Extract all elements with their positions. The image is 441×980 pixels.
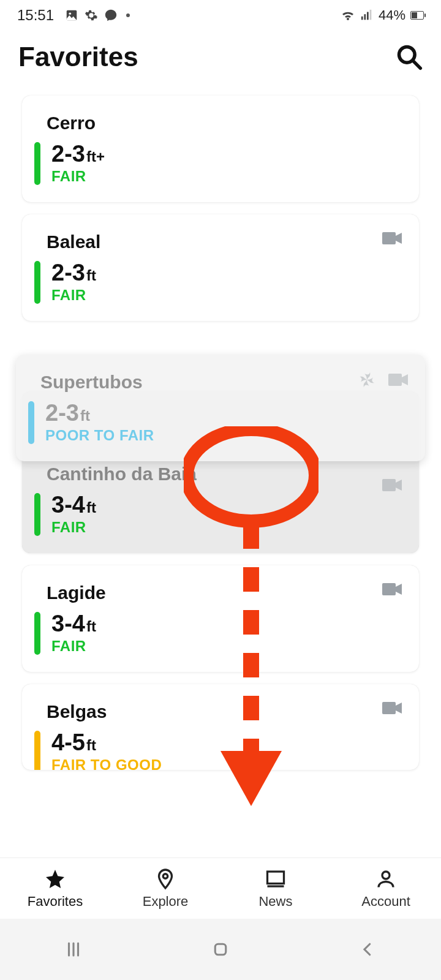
svg-rect-12 bbox=[382, 479, 396, 491]
svg-rect-28 bbox=[215, 944, 226, 955]
spot-card[interactable]: Cerro 2-3ft+ FAIR bbox=[22, 96, 419, 202]
svg-rect-22 bbox=[268, 872, 284, 884]
rating-label: FAIR bbox=[51, 168, 105, 185]
messenger-icon bbox=[104, 9, 118, 22]
spot-name: Supertubos bbox=[40, 372, 404, 393]
status-bar: 15:51 44% bbox=[0, 0, 441, 31]
nav-label: News bbox=[258, 894, 292, 910]
bottom-nav: Favorites Explore News Account bbox=[0, 858, 441, 919]
svg-marker-17 bbox=[396, 703, 402, 714]
camera-icon[interactable] bbox=[382, 230, 403, 249]
app-header: Favorites bbox=[0, 31, 441, 83]
svg-marker-9 bbox=[396, 233, 402, 244]
wifi-icon bbox=[341, 8, 355, 23]
condition-bar bbox=[34, 493, 40, 536]
signal-icon bbox=[360, 9, 374, 22]
spot-card-dragging[interactable]: Supertubos 2-3ft POOR TO FAIR bbox=[16, 355, 425, 461]
spot-name: Lagide bbox=[47, 582, 398, 603]
wave-height: 2-3ft+ bbox=[51, 142, 105, 165]
gallery-icon bbox=[65, 9, 78, 22]
nav-favorites[interactable]: Favorites bbox=[0, 858, 110, 919]
nav-account[interactable]: Account bbox=[331, 858, 441, 919]
nav-label: Explore bbox=[143, 894, 189, 910]
condition-bar bbox=[28, 401, 34, 444]
status-time: 15:51 bbox=[17, 7, 54, 24]
news-icon bbox=[265, 868, 287, 890]
svg-rect-16 bbox=[382, 702, 396, 714]
condition-bar bbox=[34, 142, 40, 185]
rating-label: FAIR bbox=[51, 638, 96, 655]
home-button[interactable] bbox=[211, 940, 230, 959]
svg-rect-8 bbox=[382, 232, 396, 244]
svg-rect-10 bbox=[388, 374, 402, 386]
spot-name: Cantinho da Baia bbox=[47, 464, 398, 484]
wave-height: 2-3ft bbox=[51, 261, 96, 284]
rating-label: FAIR bbox=[51, 287, 96, 304]
nav-explore[interactable]: Explore bbox=[110, 858, 221, 919]
wave-height: 2-3ft bbox=[45, 401, 154, 424]
back-button[interactable] bbox=[358, 940, 377, 959]
wave-height: 4-5ft bbox=[51, 731, 162, 754]
wave-height: 3-4ft bbox=[51, 493, 96, 516]
rating-label: POOR TO FAIR bbox=[45, 427, 154, 444]
spot-name: Belgas bbox=[47, 701, 398, 722]
svg-marker-11 bbox=[402, 374, 408, 385]
search-button[interactable] bbox=[396, 43, 423, 70]
camera-icon[interactable] bbox=[382, 700, 403, 718]
battery-icon bbox=[410, 11, 424, 20]
page-title: Favorites bbox=[18, 42, 138, 72]
svg-rect-4 bbox=[367, 12, 369, 20]
spot-name: Cerro bbox=[47, 113, 398, 134]
svg-point-1 bbox=[69, 12, 71, 15]
nav-label: Favorites bbox=[28, 894, 83, 910]
reorder-group: Supertubos 2-3ft POOR TO FAIR Cantinho d… bbox=[22, 391, 419, 553]
camera-icon[interactable] bbox=[382, 477, 403, 496]
system-nav bbox=[0, 919, 441, 980]
condition-bar bbox=[34, 731, 40, 770]
nav-label: Account bbox=[361, 894, 410, 910]
svg-rect-14 bbox=[382, 583, 396, 595]
nav-news[interactable]: News bbox=[221, 858, 331, 919]
camera-icon[interactable] bbox=[388, 372, 409, 390]
dot-icon bbox=[126, 13, 130, 17]
wave-height: 3-4ft bbox=[51, 612, 96, 635]
svg-marker-15 bbox=[396, 584, 402, 595]
pin-icon bbox=[154, 868, 176, 890]
condition-bar bbox=[34, 261, 40, 304]
svg-point-21 bbox=[163, 873, 168, 878]
svg-marker-13 bbox=[396, 480, 402, 491]
star-icon bbox=[44, 868, 66, 890]
svg-rect-2 bbox=[361, 17, 363, 20]
person-icon bbox=[375, 868, 397, 890]
rating-label: FAIR bbox=[51, 519, 96, 536]
svg-line-7 bbox=[413, 61, 420, 68]
battery-percent: 44% bbox=[379, 7, 405, 23]
svg-point-24 bbox=[382, 872, 390, 879]
spot-card[interactable]: Baleal 2-3ft FAIR bbox=[22, 214, 419, 321]
wind-icon[interactable] bbox=[358, 371, 376, 391]
svg-rect-5 bbox=[370, 10, 372, 20]
rating-label: FAIR TO GOOD bbox=[51, 756, 162, 770]
camera-icon[interactable] bbox=[382, 581, 403, 600]
search-icon bbox=[396, 43, 423, 70]
recents-button[interactable] bbox=[64, 940, 83, 959]
gear-icon bbox=[85, 9, 98, 22]
spot-card[interactable]: Lagide 3-4ft FAIR bbox=[22, 565, 419, 672]
spot-card[interactable]: Belgas 4-5ft FAIR TO GOOD bbox=[22, 684, 419, 770]
spot-name: Baleal bbox=[47, 232, 398, 252]
svg-rect-3 bbox=[364, 14, 366, 20]
condition-bar bbox=[34, 612, 40, 655]
